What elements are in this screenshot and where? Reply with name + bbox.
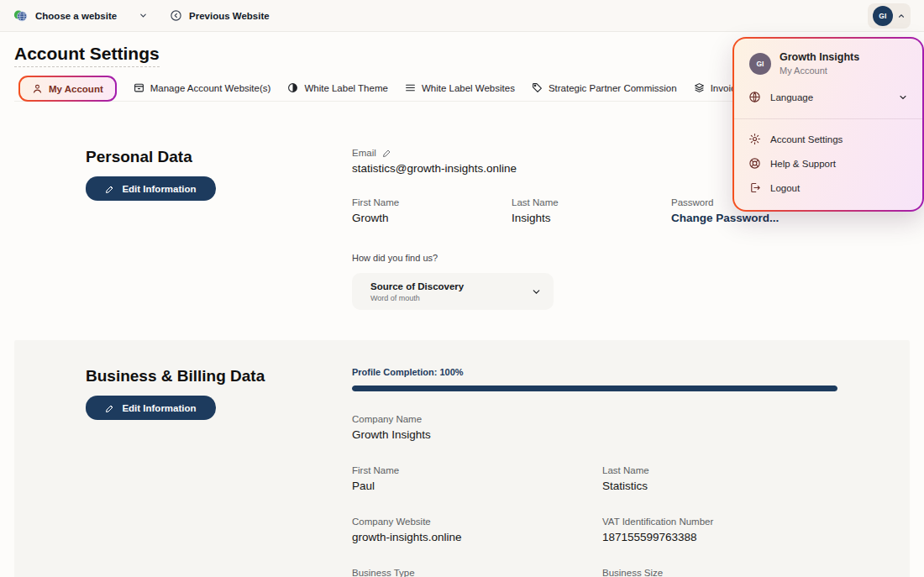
avatar: GI	[873, 6, 893, 26]
last-name-field: Last Name Statistics	[602, 465, 837, 492]
menu-item-label: Help & Support	[770, 159, 908, 169]
user-icon	[32, 83, 43, 94]
profile-completion: Profile Completion: 100%	[352, 367, 837, 391]
tab-white-label-websites[interactable]: White Label Websites	[405, 76, 515, 101]
logout-icon	[748, 181, 761, 194]
field-label: First Name	[352, 465, 602, 475]
tab-label: Strategic Partner Commission	[549, 83, 677, 93]
menu-item-logout[interactable]: Logout	[734, 176, 922, 200]
profile-progress-fill	[352, 386, 837, 391]
menu-item-label: Logout	[770, 183, 908, 193]
edit-business-information-button[interactable]: Edit Information	[86, 396, 216, 420]
profile-progress-bar	[352, 386, 837, 391]
company-name-field: Company Name Growth Insights	[352, 414, 837, 441]
tag-icon	[532, 82, 543, 93]
website-switcher-label: Choose a website	[35, 11, 131, 21]
edit-email-icon[interactable]	[382, 148, 392, 158]
globe-icon	[748, 91, 761, 103]
field-label: Business Size	[602, 568, 837, 577]
arrow-left-circle-icon	[170, 9, 182, 22]
field-label: Company Website	[352, 517, 602, 527]
menu-item-help-support[interactable]: Help & Support	[734, 151, 922, 176]
vat-number-field: VAT Identification Number 18715559976338…	[602, 517, 837, 543]
account-menu-header: GI Growth Insights My Account	[734, 39, 922, 85]
personal-data-heading: Personal Data	[86, 148, 352, 166]
edit-button-label: Edit Information	[122, 403, 196, 413]
help-icon	[748, 157, 761, 170]
chevron-up-icon	[897, 12, 906, 20]
layers-icon	[694, 82, 705, 93]
business-fields-grid: Company Name Growth Insights First Name …	[352, 414, 837, 577]
select-title: Source of Discovery	[370, 281, 531, 291]
menu-item-language[interactable]: Language	[734, 85, 922, 109]
tab-label: White Label Theme	[304, 83, 388, 93]
field-value: growth-insights.online	[352, 531, 602, 543]
business-size-field: Business Size 10-50	[602, 568, 837, 577]
business-billing-section: Business & Billing Data Edit Information…	[14, 340, 910, 577]
website-switcher[interactable]: Choose a website	[13, 8, 148, 23]
previous-website-button[interactable]: Previous Website	[170, 9, 270, 22]
field-label: Business Type	[352, 568, 602, 577]
menu-lines-icon	[405, 82, 416, 93]
last-name-value: Insights	[512, 212, 671, 224]
last-name-label: Last Name	[512, 197, 671, 207]
tab-strategic-partner-commission[interactable]: Strategic Partner Commission	[532, 76, 677, 101]
gear-icon	[748, 133, 761, 145]
edit-personal-information-button[interactable]: Edit Information	[86, 176, 216, 201]
field-value: Statistics	[602, 480, 837, 492]
first-name-field: First Name Paul	[352, 465, 602, 492]
company-website-field: Company Website growth-insights.online	[352, 517, 602, 543]
topbar: Choose a website Previous Website GI	[0, 0, 924, 32]
field-value: Growth Insights	[352, 428, 837, 441]
account-menu-panel: GI Growth Insights My Account Language A…	[732, 37, 924, 212]
contrast-icon	[287, 82, 298, 93]
menu-item-label: Account Settings	[770, 134, 908, 144]
account-avatar-button[interactable]: GI	[868, 3, 911, 29]
first-name-label: First Name	[352, 197, 512, 207]
business-type-field: Business Type Software/Tech	[352, 568, 602, 577]
select-value: Word of mouth	[370, 294, 531, 302]
account-menu-name: Growth Insights	[780, 51, 859, 63]
page-title: Account Settings	[14, 44, 160, 67]
profile-completion-label: Profile Completion: 100%	[352, 367, 837, 377]
field-value: 187155599763388	[602, 531, 837, 543]
field-value: Paul	[352, 480, 602, 492]
field-label: Company Name	[352, 414, 837, 424]
chevron-down-icon	[531, 286, 542, 297]
field-label: Last Name	[602, 465, 837, 475]
menu-item-account-settings[interactable]: Account Settings	[734, 127, 922, 151]
previous-website-label: Previous Website	[189, 11, 270, 21]
first-name-field: First Name Growth	[352, 197, 512, 224]
pencil-icon	[105, 403, 115, 413]
source-of-discovery-select[interactable]: Source of Discovery Word of mouth	[352, 273, 554, 310]
first-name-value: Growth	[352, 212, 512, 224]
chevron-down-icon	[898, 92, 908, 102]
browser-icon	[134, 82, 144, 93]
tab-white-label-theme[interactable]: White Label Theme	[287, 76, 388, 101]
avatar: GI	[749, 53, 771, 75]
find-us-label: How did you find us?	[352, 253, 837, 263]
tab-label: Manage Account Website(s)	[150, 83, 271, 93]
tab-label: White Label Websites	[422, 83, 515, 93]
change-password-link[interactable]: Change Password...	[671, 212, 837, 224]
edit-button-label: Edit Information	[122, 184, 196, 194]
pencil-icon	[105, 184, 115, 194]
last-name-field: Last Name Insights	[512, 197, 671, 224]
globe-logo-icon	[13, 8, 28, 23]
email-label: Email	[352, 148, 376, 158]
tab-label: My Account	[49, 84, 103, 94]
account-menu-subtitle: My Account	[780, 66, 859, 76]
field-label: VAT Identification Number	[602, 517, 837, 527]
menu-item-label: Language	[770, 92, 889, 102]
tab-manage-account-websites[interactable]: Manage Account Website(s)	[134, 76, 271, 101]
menu-divider	[734, 118, 922, 119]
business-billing-heading: Business & Billing Data	[86, 367, 352, 386]
tab-my-account[interactable]: My Account	[18, 76, 117, 102]
chevron-down-icon	[139, 11, 148, 20]
